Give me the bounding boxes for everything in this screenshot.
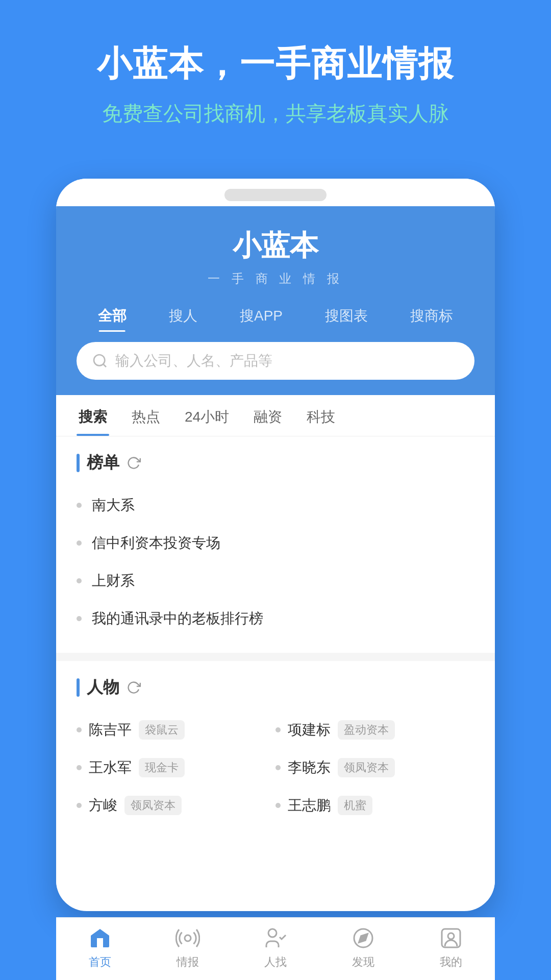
person-name-2: 王水军 <box>89 758 132 777</box>
ranking-section-title: 榜单 <box>77 452 474 474</box>
content-tabs: 搜索 热点 24小时 融资 科技 <box>56 395 495 436</box>
content-tab-hot[interactable]: 热点 <box>119 395 172 436</box>
person-item-4[interactable]: 方峻 领凤资本 <box>77 787 276 824</box>
person-name-0: 陈吉平 <box>89 720 132 740</box>
phone-frame: 小蓝本 一 手 商 业 情 报 全部 搜人 搜APP 搜图表 搜商标 输入公司、… <box>56 179 495 911</box>
svg-point-0 <box>94 355 105 365</box>
tab-people[interactable]: 搜人 <box>161 302 206 330</box>
section-divider <box>56 653 495 661</box>
people-section-title: 人物 <box>77 676 474 699</box>
person-name-1: 项建标 <box>288 720 331 740</box>
person-item-1[interactable]: 项建标 盈动资本 <box>276 711 474 749</box>
promo-title: 小蓝本，一手商业情报 <box>20 41 531 87</box>
person-tag-5: 机蜜 <box>338 796 372 815</box>
person-item-2[interactable]: 王水军 现金卡 <box>77 749 276 787</box>
bullet-4 <box>77 616 82 621</box>
phone-top-bar <box>56 179 495 206</box>
promo-subtitle: 免费查公司找商机，共享老板真实人脉 <box>20 100 531 128</box>
bullet-p0 <box>77 727 82 732</box>
content-tab-24h[interactable]: 24小时 <box>172 395 241 436</box>
person-item-3[interactable]: 李晓东 领凤资本 <box>276 749 474 787</box>
bullet-1 <box>77 503 82 508</box>
ranking-item-1[interactable]: 南大系 <box>77 486 474 524</box>
tab-trademark[interactable]: 搜商标 <box>402 302 461 330</box>
refresh-icon-people[interactable] <box>127 680 141 695</box>
bullet-3 <box>77 578 82 583</box>
person-name-4: 方峻 <box>89 796 117 815</box>
search-bar[interactable]: 输入公司、人名、产品等 <box>77 342 474 380</box>
app-tagline: 一 手 商 业 情 报 <box>77 271 474 287</box>
refresh-icon-ranking[interactable] <box>127 456 141 470</box>
content-tab-search[interactable]: 搜索 <box>66 395 119 436</box>
person-tag-1: 盈动资本 <box>338 720 395 740</box>
person-item-5[interactable]: 王志鹏 机蜜 <box>276 787 474 824</box>
tab-all[interactable]: 全部 <box>90 302 135 330</box>
phone-content: 搜索 热点 24小时 融资 科技 榜单 南大系 <box>56 395 495 901</box>
svg-line-1 <box>103 364 106 367</box>
ranking-item-4[interactable]: 我的通讯录中的老板排行榜 <box>77 600 474 638</box>
app-header: 小蓝本 一 手 商 业 情 报 全部 搜人 搜APP 搜图表 搜商标 输入公司、… <box>56 206 495 395</box>
search-placeholder-text: 输入公司、人名、产品等 <box>115 351 272 371</box>
person-tag-4: 领凤资本 <box>124 796 182 815</box>
ranking-section: 榜单 南大系 信中利资本投资专场 上财系 <box>56 436 495 653</box>
person-name-5: 王志鹏 <box>288 796 331 815</box>
ranking-label: 榜单 <box>87 452 119 474</box>
bullet-2 <box>77 541 82 546</box>
people-section: 人物 陈吉平 袋鼠云 项建标 <box>56 661 495 840</box>
app-name: 小蓝本 <box>77 227 474 265</box>
bullet-p3 <box>276 765 281 770</box>
people-grid: 陈吉平 袋鼠云 项建标 盈动资本 王水军 现金卡 <box>77 711 474 824</box>
person-tag-3: 领凤资本 <box>338 758 395 777</box>
section-bar-people <box>77 678 80 697</box>
ranking-item-3[interactable]: 上财系 <box>77 562 474 600</box>
bullet-p1 <box>276 727 281 732</box>
bullet-p4 <box>77 803 82 808</box>
person-item-0[interactable]: 陈吉平 袋鼠云 <box>77 711 276 749</box>
tab-chart[interactable]: 搜图表 <box>317 302 376 330</box>
bullet-p5 <box>276 803 281 808</box>
person-tag-2: 现金卡 <box>139 758 185 777</box>
section-bar-ranking <box>77 454 80 472</box>
person-tag-0: 袋鼠云 <box>139 720 185 740</box>
search-tabs: 全部 搜人 搜APP 搜图表 搜商标 <box>77 302 474 330</box>
content-tab-funding[interactable]: 融资 <box>241 395 294 436</box>
tab-app[interactable]: 搜APP <box>232 302 291 330</box>
ranking-item-2[interactable]: 信中利资本投资专场 <box>77 524 474 562</box>
nav-spacer <box>56 840 495 901</box>
person-name-3: 李晓东 <box>288 758 331 777</box>
bullet-p2 <box>77 765 82 770</box>
people-label: 人物 <box>87 676 119 699</box>
search-icon <box>92 353 108 369</box>
content-tab-tech[interactable]: 科技 <box>294 395 347 436</box>
phone-notch <box>224 189 327 201</box>
